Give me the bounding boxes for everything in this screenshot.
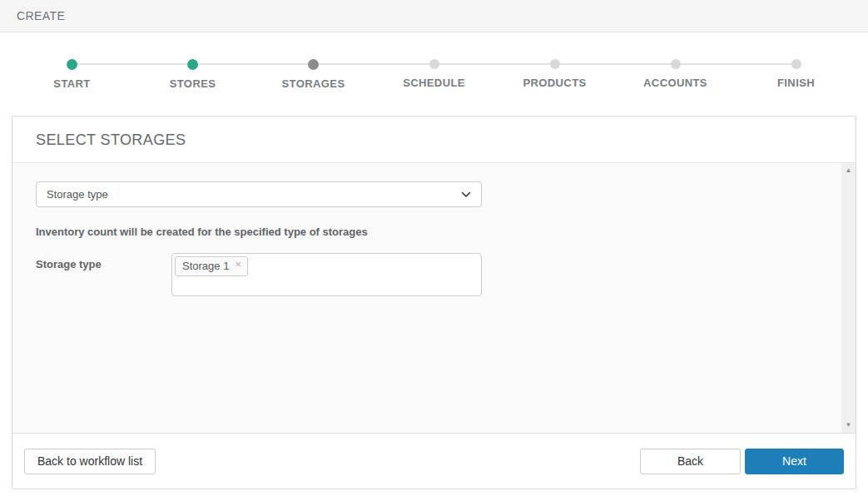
step-products[interactable]: PRODUCTS	[494, 32, 615, 90]
storage-type-select[interactable]: Storage type	[36, 181, 482, 207]
tag-remove-icon[interactable]: ×	[235, 260, 241, 270]
panel-footer: Back to workflow list Back Next	[12, 434, 856, 489]
storage-type-multiselect-input[interactable]: Storage 1 ×	[171, 253, 482, 296]
panel-body: Storage type Inventory count will be cre…	[12, 163, 856, 434]
vertical-scrollbar[interactable]: ▲ ▼	[841, 163, 856, 433]
step-dot-upcoming-icon	[429, 59, 439, 69]
tag-label: Storage 1	[182, 260, 229, 272]
selected-tag-storage-1: Storage 1 ×	[175, 256, 248, 276]
storage-type-select-value: Storage type	[47, 188, 461, 201]
step-label: STORES	[170, 77, 216, 90]
step-finish[interactable]: FINISH	[736, 32, 856, 90]
storage-type-field-row: Storage type Storage 1 ×	[36, 253, 832, 296]
back-to-workflow-list-button[interactable]: Back to workflow list	[24, 449, 156, 474]
step-dot-current-icon	[308, 59, 319, 70]
scroll-up-icon[interactable]: ▲	[846, 167, 852, 174]
step-schedule[interactable]: SCHEDULE	[374, 32, 494, 90]
step-dot-completed-icon	[187, 59, 198, 70]
step-label: START	[53, 77, 90, 90]
step-label: FINISH	[777, 77, 815, 89]
wizard-stepper: START STORES STORAGES SCHEDULE PRODUCTS …	[0, 32, 868, 116]
step-storages[interactable]: STORAGES	[253, 32, 374, 90]
back-button[interactable]: Back	[640, 449, 741, 474]
step-accounts[interactable]: ACCOUNTS	[615, 32, 736, 90]
helper-text: Inventory count will be created for the …	[36, 226, 832, 238]
storage-type-field-label: Storage type	[36, 253, 171, 296]
panel-title: SELECT STORAGES	[12, 117, 856, 163]
step-label: PRODUCTS	[523, 77, 586, 89]
step-dot-upcoming-icon	[550, 59, 560, 69]
select-storages-panel: SELECT STORAGES Storage type Inventory c…	[12, 116, 856, 489]
chevron-down-icon	[461, 191, 471, 198]
step-start[interactable]: START	[12, 32, 132, 90]
next-button[interactable]: Next	[745, 449, 844, 474]
step-label: STORAGES	[282, 77, 345, 90]
step-stores[interactable]: STORES	[132, 32, 253, 90]
page-title: CREATE	[17, 9, 65, 22]
top-bar: CREATE	[0, 0, 868, 32]
step-dot-upcoming-icon	[671, 59, 681, 69]
step-dot-completed-icon	[67, 59, 77, 70]
scroll-down-icon[interactable]: ▼	[846, 422, 852, 429]
step-label: ACCOUNTS	[643, 77, 707, 89]
step-label: SCHEDULE	[403, 77, 465, 89]
step-dot-upcoming-icon	[791, 59, 801, 69]
